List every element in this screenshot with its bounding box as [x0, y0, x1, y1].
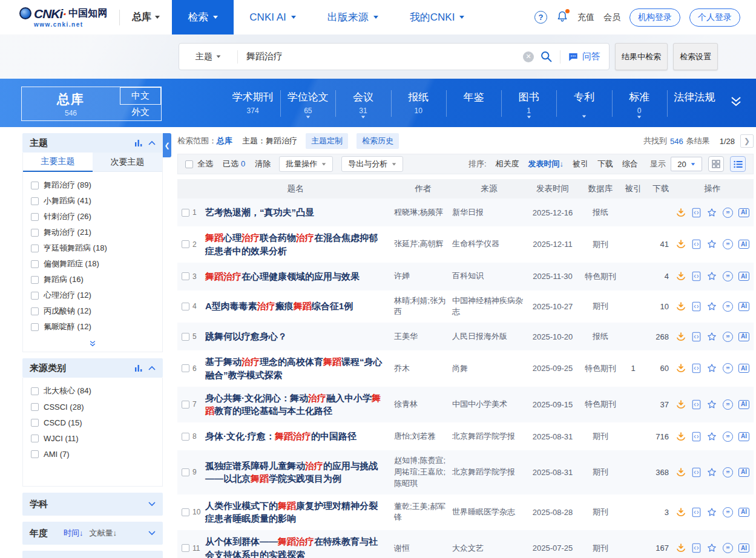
favorite-star-icon[interactable] — [706, 301, 717, 312]
html-read-icon[interactable] — [692, 208, 701, 218]
result-cited-count[interactable]: 1 — [622, 364, 645, 373]
lang-tab-中文[interactable]: 中文 — [120, 87, 161, 105]
row-checkbox[interactable] — [182, 401, 189, 409]
checkbox[interactable] — [31, 403, 39, 411]
result-title-link[interactable]: 身体·文化·疗愈：舞蹈治疗的中国路径 — [205, 430, 394, 443]
ai-icon[interactable]: AI — [738, 432, 749, 441]
result-title-link[interactable]: 基于舞动治疗理念的高校体育舞蹈课程“身心融合”教学模式探索 — [205, 355, 394, 382]
next-page-button[interactable]: ❯ — [740, 134, 754, 148]
select-all-label[interactable]: 全选 — [197, 159, 213, 169]
favorite-star-icon[interactable] — [706, 467, 717, 478]
topic-tab-主要主题[interactable]: 主要主题 — [23, 153, 93, 172]
html-read-icon[interactable] — [692, 507, 701, 517]
topic-filter-亨廷顿舞蹈病[interactable]: 亨廷顿舞蹈病 (18) — [23, 240, 162, 256]
row-checkbox[interactable] — [182, 272, 189, 280]
topic-filter-偏侧舞蹈症[interactable]: 偏侧舞蹈症 (18) — [23, 256, 162, 272]
checkbox[interactable] — [31, 182, 39, 189]
select-all-checkbox[interactable] — [185, 160, 193, 168]
result-source[interactable]: 北京舞蹈学院学报 — [452, 431, 526, 442]
result-authors[interactable]: 程晓琳;杨频萍 — [394, 207, 452, 218]
result-download-count[interactable]: 3 — [645, 508, 671, 517]
column-header-作者[interactable]: 作者 — [394, 183, 452, 194]
ai-icon[interactable]: AI — [738, 468, 749, 477]
checkbox[interactable] — [31, 292, 39, 300]
column-header-来源[interactable]: 来源 — [452, 183, 526, 194]
year-sort-time[interactable]: 时间↓ — [64, 528, 84, 539]
lang-tab-外文[interactable]: 外文 — [120, 105, 161, 121]
topic-filter-氟哌啶醇[interactable]: 氟哌啶醇 (12) — [23, 319, 162, 335]
cite-quote-icon[interactable]: ” — [723, 507, 733, 517]
download-icon[interactable] — [675, 399, 686, 410]
favorite-star-icon[interactable] — [706, 239, 717, 249]
favorite-star-icon[interactable] — [706, 208, 717, 218]
notification-bell-icon[interactable] — [556, 10, 568, 25]
result-source[interactable]: 百科知识 — [452, 271, 526, 282]
download-icon[interactable] — [675, 543, 686, 553]
row-checkbox[interactable] — [182, 433, 189, 441]
db-switch-dropdown[interactable]: 总库 — [132, 11, 160, 24]
cite-quote-icon[interactable]: ” — [723, 432, 733, 442]
html-read-icon[interactable] — [692, 271, 701, 281]
html-read-icon[interactable] — [692, 239, 701, 249]
result-download-count[interactable]: 37 — [645, 400, 671, 409]
source-filter-WJCI[interactable]: WJCI (11) — [23, 430, 162, 446]
checkbox[interactable] — [31, 260, 39, 268]
download-icon[interactable] — [675, 239, 686, 249]
ai-icon[interactable]: AI — [738, 208, 749, 217]
result-source[interactable]: 新华日报 — [452, 207, 526, 218]
cite-quote-icon[interactable]: ” — [723, 332, 733, 342]
chevron-up-icon[interactable] — [148, 140, 156, 145]
column-header-题名[interactable]: 题名 — [205, 183, 394, 194]
ai-icon[interactable]: AI — [738, 543, 749, 553]
db-tab-学术期刊[interactable]: 学术期刊374 — [225, 87, 280, 121]
db-tab-学位论文[interactable]: 学位论文65 — [280, 87, 335, 121]
batch-actions-button[interactable]: 批量操作 — [279, 156, 333, 172]
row-checkbox[interactable] — [182, 303, 189, 310]
row-checkbox[interactable] — [182, 364, 189, 372]
result-source[interactable]: 尚舞 — [452, 363, 526, 375]
checkbox[interactable] — [31, 323, 39, 331]
topic-panel-header[interactable]: 主题 — [22, 133, 163, 153]
column-header-操作[interactable]: 操作 — [671, 183, 754, 194]
topic-filter-舞蹈治疗[interactable]: 舞蹈治疗 (89) — [23, 177, 162, 193]
subject-panel-header[interactable]: 学科 — [22, 493, 163, 516]
search-settings-button[interactable]: 检索设置 — [673, 43, 718, 70]
ai-icon[interactable]: AI — [738, 302, 749, 311]
row-checkbox[interactable] — [182, 240, 189, 248]
search-history-chip[interactable]: 检索历史 — [357, 133, 399, 149]
row-checkbox[interactable] — [182, 468, 189, 476]
header-nav-CNKI AI[interactable]: CNKI AI — [234, 0, 311, 34]
row-checkbox[interactable] — [182, 333, 189, 341]
ai-icon[interactable]: AI — [738, 508, 749, 517]
cite-quote-icon[interactable]: ” — [723, 271, 733, 281]
expand-more-chevron-icon[interactable] — [23, 336, 162, 352]
bar-chart-icon[interactable] — [134, 139, 143, 147]
clear-selection[interactable]: 清除 — [255, 159, 271, 169]
topic-filter-小舞蹈病[interactable]: 小舞蹈病 (41) — [23, 193, 162, 209]
result-download-count[interactable]: 268 — [645, 332, 671, 341]
topic-tab-次要主题[interactable]: 次要主题 — [93, 153, 162, 172]
ai-icon[interactable]: AI — [738, 364, 749, 373]
cite-quote-icon[interactable]: ” — [723, 363, 733, 373]
favorite-star-icon[interactable] — [706, 507, 717, 517]
download-icon[interactable] — [675, 271, 686, 281]
scope-link[interactable]: 总库 — [217, 136, 232, 146]
result-download-count[interactable]: 4 — [645, 272, 671, 281]
header-nav-检索[interactable]: 检索 — [172, 0, 234, 34]
download-icon[interactable] — [675, 301, 686, 312]
header-nav-出版来源[interactable]: 出版来源 — [312, 0, 394, 34]
result-title-link[interactable]: A型肉毒毒素治疗瘢痕舞蹈综合征1例 — [205, 300, 394, 313]
db-tab-专利[interactable]: 专利 — [556, 87, 611, 121]
favorite-star-icon[interactable] — [706, 432, 717, 442]
html-read-icon[interactable] — [692, 399, 701, 410]
search-field-dropdown[interactable]: 主题 — [179, 51, 237, 62]
favorite-star-icon[interactable] — [706, 271, 717, 281]
result-source[interactable]: 大众文艺 — [452, 543, 526, 554]
sidebar-collapse-handle[interactable]: ❮ — [163, 133, 171, 157]
search-in-results-button[interactable]: 结果中检索 — [615, 43, 668, 70]
topic-filter-舞动治疗[interactable]: 舞动治疗 (21) — [23, 225, 162, 240]
personal-login-button[interactable]: 个人登录 — [689, 8, 740, 27]
cite-quote-icon[interactable]: ” — [723, 239, 733, 249]
favorite-star-icon[interactable] — [706, 363, 717, 373]
source-filter-CSCD[interactable]: CSCD (15) — [23, 415, 162, 430]
